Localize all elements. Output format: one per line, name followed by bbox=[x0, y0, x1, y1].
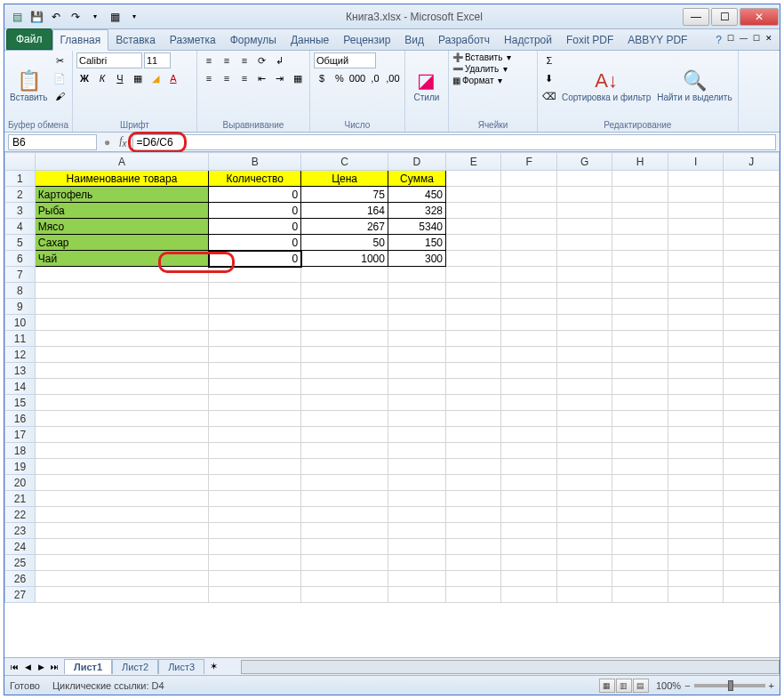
cell-F26[interactable] bbox=[501, 571, 556, 587]
cell-C10[interactable] bbox=[301, 315, 388, 331]
cell-G21[interactable] bbox=[556, 491, 612, 507]
cell-I3[interactable] bbox=[668, 203, 723, 219]
cell-E15[interactable] bbox=[446, 395, 501, 411]
cell-G20[interactable] bbox=[556, 475, 612, 491]
cell-A16[interactable] bbox=[35, 411, 208, 427]
cell-E20[interactable] bbox=[446, 475, 501, 491]
cell-I23[interactable] bbox=[668, 523, 723, 539]
cell-A8[interactable] bbox=[35, 283, 208, 299]
cell-I19[interactable] bbox=[668, 459, 723, 475]
cell-D19[interactable] bbox=[388, 459, 445, 475]
cell-G1[interactable] bbox=[556, 171, 612, 187]
cell-C18[interactable] bbox=[301, 443, 388, 459]
cell-D9[interactable] bbox=[388, 299, 445, 315]
col-header-B[interactable]: B bbox=[209, 153, 301, 171]
view-layout-icon[interactable]: ▥ bbox=[616, 679, 632, 693]
cell-F24[interactable] bbox=[501, 539, 556, 555]
maximize-button[interactable]: ☐ bbox=[711, 8, 738, 26]
cell-J18[interactable] bbox=[724, 443, 780, 459]
cell-D1[interactable]: Сумма bbox=[388, 171, 445, 187]
cell-J5[interactable] bbox=[724, 235, 780, 251]
cell-B22[interactable] bbox=[209, 507, 301, 523]
cell-D18[interactable] bbox=[388, 443, 445, 459]
cell-E16[interactable] bbox=[446, 411, 501, 427]
copy-icon[interactable]: 📄 bbox=[52, 70, 68, 86]
cell-J1[interactable] bbox=[724, 171, 780, 187]
styles-button[interactable]: ◪ Стили bbox=[409, 52, 444, 118]
cell-B14[interactable] bbox=[209, 379, 301, 395]
cell-E6[interactable] bbox=[446, 251, 501, 267]
row-header-18[interactable]: 18 bbox=[5, 443, 36, 459]
cell-E5[interactable] bbox=[446, 235, 501, 251]
cell-J23[interactable] bbox=[724, 523, 780, 539]
cell-I11[interactable] bbox=[668, 331, 723, 347]
align-top-icon[interactable]: ≡ bbox=[201, 52, 217, 68]
cell-C7[interactable] bbox=[301, 267, 388, 283]
cell-G9[interactable] bbox=[556, 299, 612, 315]
cell-A4[interactable]: Мясо bbox=[35, 219, 208, 235]
cell-B23[interactable] bbox=[209, 523, 301, 539]
cell-I5[interactable] bbox=[668, 235, 723, 251]
cell-G8[interactable] bbox=[556, 283, 612, 299]
cell-H14[interactable] bbox=[612, 379, 668, 395]
cell-E17[interactable] bbox=[446, 427, 501, 443]
cell-C12[interactable] bbox=[301, 347, 388, 363]
cell-H3[interactable] bbox=[612, 203, 668, 219]
cell-B27[interactable] bbox=[209, 587, 301, 603]
cell-B17[interactable] bbox=[209, 427, 301, 443]
cell-J21[interactable] bbox=[724, 491, 780, 507]
row-header-19[interactable]: 19 bbox=[5, 459, 36, 475]
row-header-4[interactable]: 4 bbox=[5, 219, 36, 235]
cell-H19[interactable] bbox=[612, 459, 668, 475]
tab-data[interactable]: Данные bbox=[284, 30, 336, 50]
cell-A20[interactable] bbox=[35, 475, 208, 491]
tab-foxit[interactable]: Foxit PDF bbox=[559, 30, 620, 50]
cell-J15[interactable] bbox=[724, 395, 780, 411]
cell-G15[interactable] bbox=[556, 395, 612, 411]
cell-C4[interactable]: 267 bbox=[301, 219, 388, 235]
cell-J17[interactable] bbox=[724, 427, 780, 443]
delete-cells-button[interactable]: ➖Удалить ▾ bbox=[452, 64, 533, 74]
cell-D7[interactable] bbox=[388, 267, 445, 283]
select-all-cell[interactable] bbox=[5, 153, 36, 171]
row-header-7[interactable]: 7 bbox=[5, 267, 36, 283]
cell-D10[interactable] bbox=[388, 315, 445, 331]
cell-H23[interactable] bbox=[612, 523, 668, 539]
align-left-icon[interactable]: ≡ bbox=[201, 70, 217, 86]
cell-F5[interactable] bbox=[501, 235, 556, 251]
cell-J2[interactable] bbox=[724, 187, 780, 203]
cell-F17[interactable] bbox=[501, 427, 556, 443]
cell-D15[interactable] bbox=[388, 395, 445, 411]
border-button[interactable]: ▦ bbox=[130, 70, 146, 86]
autosum-icon[interactable]: Σ bbox=[541, 52, 557, 68]
formula-input[interactable]: =D6/C6 bbox=[132, 134, 776, 150]
hscroll[interactable] bbox=[241, 660, 780, 674]
cell-I16[interactable] bbox=[668, 411, 723, 427]
cell-D6[interactable]: 300 bbox=[388, 251, 445, 267]
sheet-first-icon[interactable]: ⏮ bbox=[8, 663, 20, 671]
cell-D5[interactable]: 150 bbox=[388, 235, 445, 251]
cell-A12[interactable] bbox=[35, 347, 208, 363]
cell-C15[interactable] bbox=[301, 395, 388, 411]
cell-H24[interactable] bbox=[612, 539, 668, 555]
cell-D11[interactable] bbox=[388, 331, 445, 347]
cell-E2[interactable] bbox=[446, 187, 501, 203]
tab-dev[interactable]: Разработч bbox=[431, 30, 497, 50]
cell-F9[interactable] bbox=[501, 299, 556, 315]
cell-D3[interactable]: 328 bbox=[388, 203, 445, 219]
cell-I6[interactable] bbox=[668, 251, 723, 267]
cell-B15[interactable] bbox=[209, 395, 301, 411]
cell-E26[interactable] bbox=[446, 571, 501, 587]
cell-D2[interactable]: 450 bbox=[388, 187, 445, 203]
name-box[interactable]: B6 bbox=[8, 134, 97, 150]
cell-H11[interactable] bbox=[612, 331, 668, 347]
cell-F20[interactable] bbox=[501, 475, 556, 491]
cell-F1[interactable] bbox=[501, 171, 556, 187]
sheet-tab-2[interactable]: Лист2 bbox=[112, 659, 158, 674]
cell-A14[interactable] bbox=[35, 379, 208, 395]
cell-F18[interactable] bbox=[501, 443, 556, 459]
cell-I8[interactable] bbox=[668, 283, 723, 299]
row-header-12[interactable]: 12 bbox=[5, 347, 36, 363]
row-header-21[interactable]: 21 bbox=[5, 491, 36, 507]
cell-A2[interactable]: Картофель bbox=[35, 187, 208, 203]
